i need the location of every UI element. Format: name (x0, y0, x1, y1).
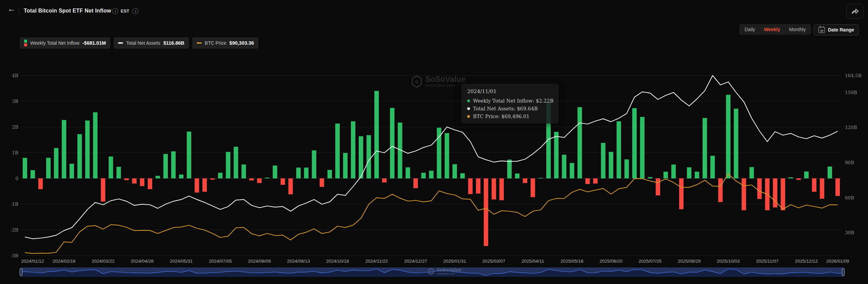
bar (468, 178, 473, 194)
bar (148, 178, 152, 189)
bar (124, 178, 129, 180)
bar (593, 178, 597, 183)
bar (531, 178, 535, 197)
bar (515, 174, 519, 178)
x-axis-label: 2024/08/09 (248, 259, 271, 264)
etf-dashboard: ← Total Bitcoin Spot ETF Net Inflow i ES… (0, 0, 868, 284)
tooltip-row-assets: Total Net Assets: $69.64B (467, 106, 553, 111)
bar (812, 178, 816, 192)
bar (687, 167, 691, 178)
bar (585, 178, 590, 184)
orange-dot-icon (467, 115, 470, 118)
bar (77, 134, 82, 178)
bar (507, 160, 512, 179)
bar (218, 173, 222, 178)
navigator[interactable] (20, 267, 845, 277)
bar (476, 178, 480, 194)
bar (62, 120, 66, 179)
bar (421, 173, 426, 178)
left-axis-label: 2B (12, 124, 18, 130)
right-axis-label: 90B (845, 160, 854, 165)
bar (499, 178, 504, 200)
x-axis-label: 2025/12/12 (795, 259, 818, 264)
bar (601, 143, 605, 178)
bar (312, 150, 316, 178)
bar (734, 109, 738, 178)
x-axis-label: 2024/09/13 (287, 259, 310, 264)
left-axis-label: -3B (11, 253, 18, 258)
bar (562, 155, 566, 178)
bar (648, 177, 652, 178)
bar (828, 167, 832, 178)
bar (195, 178, 199, 193)
bar (210, 178, 215, 180)
bar (632, 108, 637, 179)
bar (234, 147, 238, 179)
bar (679, 178, 684, 209)
chart-tooltip: 2024/11/01 Weekly Total Net Inflow: $2.2… (461, 84, 559, 124)
bar (374, 91, 379, 178)
x-axis-label: 2024/04/26 (131, 259, 154, 264)
bar (804, 172, 809, 179)
bar (31, 170, 35, 178)
bar (835, 178, 840, 196)
bar (749, 167, 754, 178)
x-axis-labels: 2024/01/122024/02/162024/03/222024/04/26… (21, 259, 849, 264)
bar (320, 178, 324, 187)
bar (156, 176, 160, 178)
inflow-chart-plot[interactable]: 4B3B2B1B0-1B-2B-3B164.5B150B120B90B60B30… (0, 0, 868, 284)
x-axis-label: 2025/04/11 (521, 259, 544, 264)
x-axis-label: 2025/11/07 (756, 259, 779, 264)
bar (202, 178, 207, 192)
tooltip-row-btc: BTC Price: $69,496.01 (467, 114, 553, 119)
bar (23, 158, 27, 178)
navigator-right-handle[interactable] (842, 268, 845, 276)
bar (226, 152, 230, 178)
navigator-left-handle[interactable] (20, 268, 22, 276)
bar (249, 178, 254, 180)
bar (328, 170, 332, 178)
bar (640, 117, 645, 178)
bar (273, 166, 277, 178)
bar (382, 178, 387, 182)
right-axis-label: 150B (845, 90, 857, 95)
net-inflow-bars[interactable] (23, 91, 840, 246)
bar (179, 175, 183, 178)
bar (742, 178, 746, 210)
x-axis-label: 2025/03/07 (482, 259, 506, 264)
x-axis-label: 2025/06/20 (599, 259, 623, 264)
x-axis-label: 2024/12/27 (404, 259, 427, 264)
right-axis: 164.5B150B120B90B60B30B (845, 73, 862, 236)
bar (492, 178, 496, 199)
x-axis-label: 2024/11/22 (365, 259, 388, 264)
bar (117, 167, 121, 178)
bar (304, 168, 309, 178)
bar (789, 177, 793, 178)
tooltip-date: 2024/11/01 (467, 88, 553, 94)
x-axis-label: 2025/10/03 (717, 259, 740, 264)
x-axis-label: 2024/03/22 (92, 259, 115, 264)
bar (70, 164, 74, 178)
bar (335, 124, 340, 178)
bar (265, 178, 269, 178)
x-axis-label: 2025/05/16 (560, 259, 584, 264)
x-axis-label: 2025/08/29 (678, 259, 701, 264)
x-axis-label: 2024/01/12 (21, 259, 44, 264)
bar (656, 178, 660, 195)
bar (453, 164, 457, 178)
bar (241, 165, 246, 178)
bar (132, 178, 137, 183)
bar (538, 178, 543, 179)
bar (484, 178, 488, 246)
x-axis-label: 2026/01/09 (826, 259, 849, 264)
bar (281, 178, 285, 185)
bar (757, 178, 762, 199)
bar (703, 118, 707, 178)
bar (163, 154, 168, 178)
bar (460, 173, 465, 178)
left-axis-label: -1B (11, 201, 18, 207)
bar (38, 178, 43, 189)
bar (108, 156, 113, 178)
bar (625, 159, 629, 178)
bar (406, 167, 410, 178)
